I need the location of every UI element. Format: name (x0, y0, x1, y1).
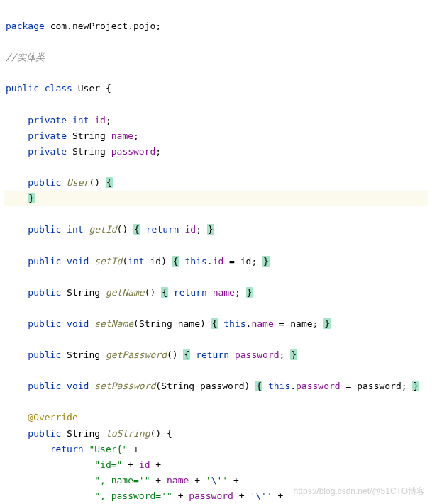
op-plus: + (155, 459, 161, 470)
keyword-public: public (28, 224, 61, 235)
keyword-public: public (28, 349, 61, 360)
field-password: password (296, 381, 340, 391)
op-plus: + (178, 491, 184, 501)
param-name: name (290, 318, 312, 329)
keyword-public: public (28, 287, 61, 298)
op-plus: + (194, 475, 200, 486)
keyword-return: return (174, 287, 207, 298)
keyword-public: public (28, 256, 61, 267)
type-void: void (67, 381, 89, 391)
method-getPassword: getPassword (106, 349, 167, 360)
keyword-this: this (268, 381, 290, 391)
keyword-return: return (50, 444, 84, 454)
string-literal: "id=" (94, 459, 122, 470)
string-literal: "User{" (89, 444, 128, 454)
op-plus: + (155, 475, 161, 486)
keyword-public: public (28, 318, 61, 329)
op-plus: + (128, 459, 133, 470)
method-setPassword: setPassword (94, 381, 155, 391)
field-id: id (139, 459, 150, 470)
param-password: password (357, 381, 401, 391)
string-literal: ", password='" (94, 491, 172, 501)
keyword-this: this (223, 318, 245, 329)
keyword-class: class (45, 83, 72, 94)
field-id: id (213, 256, 224, 267)
type-string: String (72, 130, 106, 141)
field-password: password (235, 349, 279, 360)
method-setId: setId (94, 256, 122, 267)
field-name: name (251, 318, 273, 329)
method-getName: getName (106, 287, 145, 298)
field-name: name (213, 287, 235, 298)
brace-open: { (106, 177, 113, 188)
method-toString: toString (106, 428, 150, 439)
type-string: String (139, 318, 172, 329)
op-plus: + (278, 491, 284, 501)
keyword-private: private (28, 130, 67, 141)
keyword-public: public (28, 381, 61, 391)
op-plus: + (239, 491, 245, 501)
type-int: int (72, 115, 89, 125)
type-int: int (128, 256, 144, 267)
param-password: password (200, 381, 245, 391)
string-literal: '\'' (250, 491, 272, 501)
annotation-override: @Override (28, 412, 77, 422)
type-string: String (67, 287, 100, 298)
type-string: String (67, 428, 100, 439)
keyword-public: public (28, 428, 61, 439)
type-string: String (67, 349, 100, 360)
constructor: User (67, 177, 89, 188)
param-name: name (178, 318, 200, 329)
field-id: id (94, 115, 106, 125)
type-string: String (72, 146, 106, 157)
string-literal: ", name='" (94, 475, 150, 486)
comment: //实体类 (6, 52, 45, 62)
package-name: com.newProject.pojo (50, 21, 156, 31)
field-id: id (185, 224, 196, 235)
param-id: id (150, 256, 162, 267)
brace-close: } (28, 193, 35, 203)
keyword-return: return (146, 224, 179, 235)
type-void: void (67, 256, 89, 267)
class-name: User (78, 83, 100, 94)
string-literal: '\'' (206, 475, 228, 486)
param-id: id (240, 256, 252, 267)
keyword-public: public (6, 83, 39, 94)
type-int: int (67, 224, 83, 235)
method-getId: getId (89, 224, 116, 235)
keyword-public: public (28, 177, 61, 188)
op-plus: + (233, 475, 239, 486)
keyword-private: private (28, 115, 67, 125)
field-name: name (111, 130, 133, 141)
keyword-private: private (28, 146, 67, 157)
keyword-package: package (6, 21, 45, 31)
field-name: name (167, 475, 189, 486)
op-plus: + (133, 444, 139, 454)
keyword-this: this (185, 256, 207, 267)
method-setName: setName (94, 318, 133, 329)
field-password: password (189, 491, 233, 501)
code-editor[interactable]: package com.newProject.pojo; //实体类 publi… (0, 0, 432, 504)
type-void: void (67, 318, 89, 329)
field-password: password (111, 146, 156, 157)
keyword-return: return (196, 349, 229, 360)
type-string: String (161, 381, 194, 391)
